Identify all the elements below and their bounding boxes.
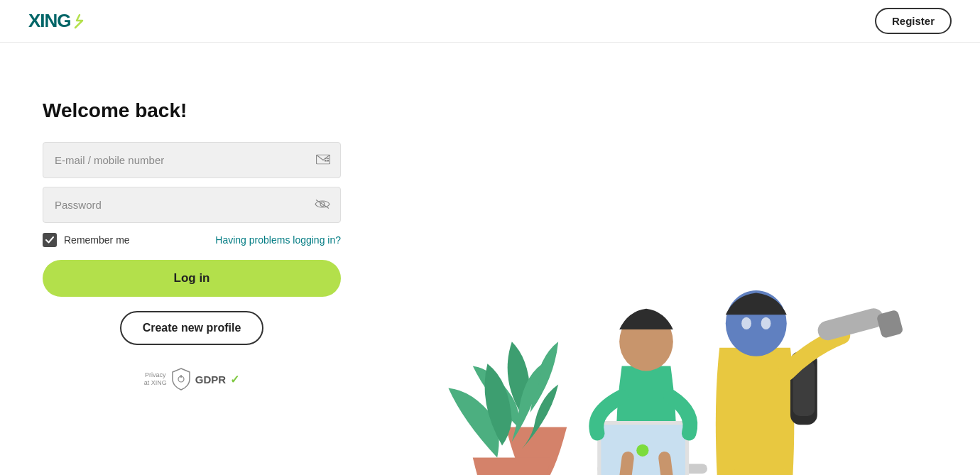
- login-panel: Welcome back!: [43, 85, 341, 391]
- header: XING Register: [0, 0, 980, 43]
- logo-text: XING: [28, 10, 71, 32]
- hero-illustration: [341, 85, 952, 475]
- password-form-group: [43, 187, 341, 223]
- gdpr-badge: Privacy at XING GDPR ✓: [43, 368, 341, 391]
- password-input[interactable]: [43, 187, 340, 222]
- email-icon: [316, 154, 330, 166]
- svg-point-25: [741, 317, 751, 329]
- gdpr-checkmark-icon: ✓: [230, 373, 239, 386]
- remember-row: Remember me Having problems logging in?: [43, 233, 341, 247]
- privacy-text: Privacy at XING: [144, 371, 167, 387]
- privacy-label-line2: at XING: [144, 379, 167, 387]
- password-visibility-icon[interactable]: [315, 198, 330, 212]
- main-content: Welcome back!: [0, 43, 980, 475]
- shield-icon: [171, 368, 191, 391]
- welcome-title: Welcome back!: [43, 99, 341, 122]
- logo: XING: [28, 10, 85, 32]
- svg-point-17: [636, 444, 648, 457]
- password-input-wrapper: [43, 187, 341, 223]
- problems-link[interactable]: Having problems logging in?: [215, 234, 341, 246]
- remember-me-checkbox[interactable]: [43, 233, 57, 247]
- login-button[interactable]: Log in: [43, 260, 341, 297]
- remember-me-label: Remember me: [64, 234, 130, 246]
- create-profile-button[interactable]: Create new profile: [120, 311, 264, 345]
- logo-spark-icon: [72, 13, 85, 29]
- email-input-wrapper: [43, 142, 341, 178]
- svg-point-26: [761, 317, 771, 329]
- privacy-label-line1: Privacy: [144, 371, 167, 379]
- svg-point-8: [180, 375, 182, 376]
- illustration-panel: [341, 85, 952, 475]
- register-button[interactable]: Register: [875, 8, 952, 34]
- svg-rect-27: [816, 306, 886, 342]
- email-form-group: [43, 142, 341, 178]
- gdpr-label: GDPR: [195, 373, 226, 386]
- remember-me-group: Remember me: [43, 233, 130, 247]
- email-input[interactable]: [43, 143, 340, 178]
